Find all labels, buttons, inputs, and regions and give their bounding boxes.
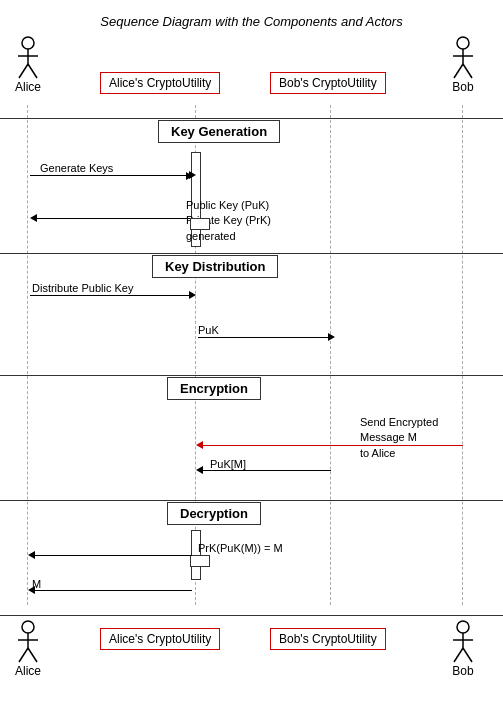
label-send-encrypted: Send EncryptedMessage Mto Alice	[360, 415, 438, 461]
svg-line-3	[19, 64, 28, 78]
alice-crypto-top: Alice's CryptoUtility	[100, 72, 220, 94]
svg-line-18	[454, 648, 463, 662]
section-key-generation: Key Generation	[158, 120, 280, 143]
bob-figure-top	[449, 36, 477, 80]
svg-line-9	[463, 64, 472, 78]
bob-bottom-label: Bob	[452, 664, 473, 678]
sequence-diagram: Sequence Diagram with the Components and…	[0, 0, 503, 715]
actor-alice-top: Alice	[14, 36, 42, 94]
section-key-distribution: Key Distribution	[152, 255, 278, 278]
svg-line-13	[19, 648, 28, 662]
actor-bob-top: Bob	[449, 36, 477, 94]
separator-after-keydist	[0, 375, 503, 376]
alice-figure-top	[14, 36, 42, 80]
label-m: M	[32, 578, 41, 590]
svg-point-5	[457, 37, 469, 49]
bob-top-label: Bob	[452, 80, 473, 94]
alice-crypto-bottom: Alice's CryptoUtility	[100, 628, 220, 650]
label-generate-keys: Generate Keys	[40, 162, 113, 174]
label-decrypt: PrK(PuK(M)) = M	[198, 542, 283, 554]
lifeline-bob	[462, 105, 463, 605]
lifeline-bob-crypto	[330, 105, 331, 605]
section-encryption: Encryption	[167, 377, 261, 400]
separator-after-encryption	[0, 500, 503, 501]
separator-after-keygen	[0, 253, 503, 254]
return-arrow-decrypt	[190, 555, 210, 567]
svg-line-14	[28, 648, 37, 662]
msg-puk-m	[198, 470, 331, 471]
msg-generate-keys	[30, 175, 192, 176]
msg-pk-prk	[32, 218, 192, 219]
msg-puk	[198, 337, 331, 338]
msg-m	[30, 590, 192, 591]
svg-line-19	[463, 648, 472, 662]
bob-figure-bottom	[449, 620, 477, 664]
diagram-title: Sequence Diagram with the Components and…	[0, 6, 503, 29]
label-puk-m: PuK[M]	[210, 458, 246, 470]
section-decryption: Decryption	[167, 502, 261, 525]
svg-line-4	[28, 64, 37, 78]
alice-bottom-label: Alice	[15, 664, 41, 678]
alice-figure-bottom	[14, 620, 42, 664]
label-distribute-pk: Distribute Public Key	[32, 282, 134, 294]
return-arrow-keygen	[190, 218, 210, 230]
separator-bottom	[0, 615, 503, 616]
label-puk: PuK	[198, 324, 219, 336]
bob-crypto-top: Bob's CryptoUtility	[270, 72, 386, 94]
actor-bob-bottom: Bob	[449, 620, 477, 678]
separator-top	[0, 118, 503, 119]
svg-point-15	[457, 621, 469, 633]
svg-line-8	[454, 64, 463, 78]
bob-crypto-bottom: Bob's CryptoUtility	[270, 628, 386, 650]
actor-alice-bottom: Alice	[14, 620, 42, 678]
msg-distribute-pk	[30, 295, 192, 296]
svg-point-0	[22, 37, 34, 49]
alice-top-label: Alice	[15, 80, 41, 94]
svg-point-10	[22, 621, 34, 633]
lifeline-alice	[27, 105, 28, 605]
